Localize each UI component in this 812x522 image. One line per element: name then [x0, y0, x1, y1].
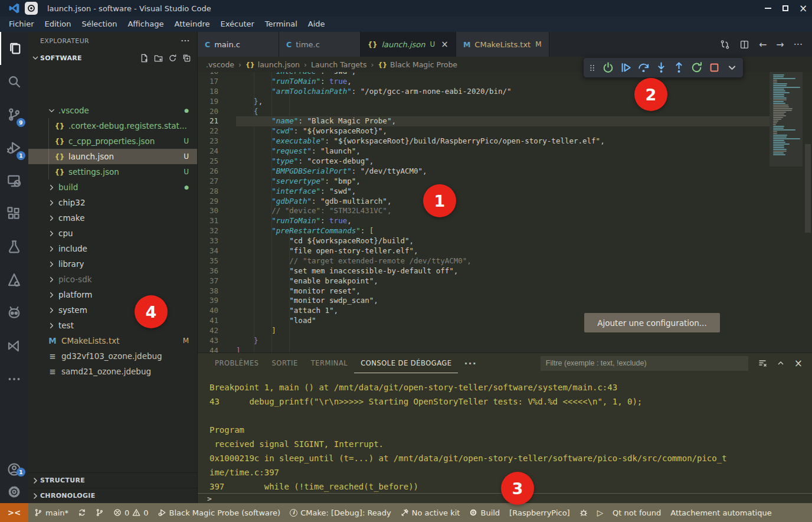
editor-scrollbar[interactable] — [803, 72, 812, 353]
status-build-target[interactable]: [RaspberryPico] — [505, 503, 575, 522]
activity-search[interactable] — [0, 65, 28, 98]
tree-item-cmake[interactable]: cmake — [28, 210, 197, 226]
tree-item-platform[interactable]: platform — [28, 287, 197, 302]
status-auto-attach[interactable]: Attachement automatique — [666, 503, 776, 522]
section-chronologie[interactable]: CHRONOLOGIE — [28, 488, 197, 503]
menu-edition[interactable]: Edition — [40, 17, 77, 32]
console-filter-input[interactable] — [541, 356, 748, 371]
drag-handle-button[interactable] — [588, 63, 597, 73]
minimize-button[interactable] — [759, 0, 777, 17]
tree-item-build[interactable]: build● — [28, 180, 197, 195]
open-changes-icon[interactable] — [720, 40, 730, 50]
tree-item-cmakelists-txt[interactable]: MCMakeLists.txtM — [28, 333, 197, 348]
tab-time-c[interactable]: Ctime.c — [279, 32, 361, 57]
workspace-section-header[interactable]: SOFTWARE — [28, 50, 197, 66]
tree-item-gd32vf103-ozone-jdebug[interactable]: ≡gd32vf103_ozone.jdebug — [28, 348, 197, 364]
activity-source-control[interactable]: 9 — [0, 98, 28, 131]
menu-terminal[interactable]: Terminal — [260, 17, 303, 32]
menu-atteindre[interactable]: Atteindre — [169, 17, 215, 32]
minimap-slider[interactable] — [770, 72, 803, 167]
close-tab-icon[interactable]: × — [441, 39, 448, 50]
section-structure[interactable]: STRUCTURE — [28, 472, 197, 488]
split-editor-icon[interactable] — [739, 40, 749, 50]
status-source-control-status[interactable] — [91, 503, 109, 522]
status-problems[interactable]: 00 — [109, 503, 153, 522]
collapse-all-icon[interactable] — [182, 54, 191, 63]
step-out-button[interactable] — [673, 61, 685, 74]
maximize-panel-icon[interactable] — [776, 358, 785, 368]
activity-more[interactable] — [0, 363, 28, 396]
explorer-more-icon[interactable]: ··· — [181, 37, 190, 45]
menu-affichage[interactable]: Affichage — [122, 17, 169, 32]
activity-extensions[interactable] — [0, 197, 28, 230]
activity-remote-explorer[interactable] — [0, 164, 28, 197]
tree-item-launch-json[interactable]: {}launch.jsonU — [28, 149, 197, 164]
activity-platformio[interactable] — [0, 296, 28, 329]
status-active-kit[interactable]: No active kit — [396, 503, 465, 522]
status-sync[interactable] — [73, 503, 91, 522]
tree-item-cpu[interactable]: cpu — [28, 226, 197, 241]
step-into-button[interactable] — [655, 61, 667, 74]
activity-settings[interactable] — [0, 481, 28, 503]
status-run-target[interactable]: ▷ — [592, 503, 608, 522]
tree-item-samd21-ozone-jdebug[interactable]: ≡samd21_ozone.jdebug — [28, 364, 197, 379]
step-over-button[interactable] — [637, 61, 650, 74]
tree-item--vscode[interactable]: .vscode● — [28, 103, 197, 118]
menu-sélection[interactable]: Sélection — [76, 17, 122, 32]
panel-tab-terminal[interactable]: TERMINAL — [304, 353, 354, 373]
tree-item-include[interactable]: include — [28, 241, 197, 256]
go-back-icon[interactable]: ← — [759, 39, 767, 50]
breadcrumb-item[interactable]: Black Magic Probe — [390, 60, 457, 69]
tree-item-pico-sdk[interactable]: pico-sdk — [28, 272, 197, 287]
tree-item-test[interactable]: test — [28, 318, 197, 333]
activity-visual-studio[interactable] — [0, 329, 28, 363]
panel-tab-probl-mes[interactable]: PROBLÈMES — [208, 353, 266, 373]
menu-exécuter[interactable]: Exécuter — [215, 17, 260, 32]
more-actions-icon[interactable]: ··· — [794, 39, 803, 50]
menu-fichier[interactable]: Fichier — [4, 17, 40, 32]
maximize-button[interactable] — [777, 0, 794, 17]
tree-item-c-cpp-properties-json[interactable]: {}c_cpp_properties.jsonU — [28, 133, 197, 149]
activity-testing[interactable] — [0, 230, 28, 263]
go-forward-icon[interactable]: → — [776, 39, 784, 50]
breadcrumb-item[interactable]: .vscode — [206, 60, 234, 69]
activity-cmake[interactable] — [0, 263, 28, 296]
tab-CMakeLists-txt[interactable]: MCMakeLists.txtM — [456, 32, 549, 57]
continue-button[interactable] — [620, 61, 632, 74]
tree-item--cortex-debug-registers-stat-[interactable]: {}.cortex-debug.registers.stat... — [28, 118, 197, 133]
refresh-icon[interactable] — [168, 54, 177, 63]
status-qt-status[interactable]: Qt not found — [608, 503, 666, 522]
activity-explorer[interactable] — [0, 32, 28, 65]
panel-more-icon[interactable]: ··· — [458, 358, 482, 369]
tree-item-system[interactable]: system — [28, 302, 197, 318]
status-debug-target[interactable] — [575, 503, 592, 522]
status-git-branch[interactable]: main* — [30, 503, 73, 522]
new-file-icon[interactable] — [140, 54, 149, 63]
add-configuration-button[interactable]: Ajouter une configuration... — [584, 313, 720, 332]
tab-launch-json[interactable]: {}launch.jsonU× — [361, 32, 456, 57]
close-panel-icon[interactable]: × — [794, 357, 803, 369]
menu-aide[interactable]: Aide — [303, 17, 330, 32]
status-build[interactable]: Build — [464, 503, 505, 522]
panel-tab-sortie[interactable]: SORTIE — [266, 353, 304, 373]
clear-console-icon[interactable] — [758, 358, 767, 368]
stop-button[interactable] — [708, 61, 721, 74]
activity-accounts[interactable]: 1 — [0, 458, 28, 481]
minimap[interactable] — [770, 72, 803, 353]
more-debug-button[interactable] — [726, 61, 738, 74]
restart-button[interactable] — [690, 61, 703, 74]
close-button[interactable]: × — [794, 0, 812, 17]
tree-item-library[interactable]: library — [28, 256, 197, 272]
status-remote-indicator[interactable]: >< — [0, 503, 28, 522]
status-debug-config[interactable]: Black Magic Probe (software) — [153, 503, 286, 522]
breadcrumb-item[interactable]: Launch Targets — [311, 60, 366, 69]
tree-item-chip32[interactable]: chip32 — [28, 195, 197, 210]
start-button[interactable] — [602, 61, 614, 74]
tree-item-settings-json[interactable]: {}settings.jsonU — [28, 164, 197, 180]
new-folder-icon[interactable] — [154, 54, 163, 63]
tab-main-c[interactable]: Cmain.c — [198, 32, 279, 57]
editor[interactable]: 16 "interface": "swd",17 "runToMain": tr… — [198, 72, 812, 353]
panel-tab-console-de-d-bogage[interactable]: CONSOLE DE DÉBOGAGE — [354, 353, 458, 373]
activity-run-debug[interactable]: 1 — [0, 131, 28, 164]
breadcrumb-item[interactable]: launch.json — [258, 60, 300, 69]
